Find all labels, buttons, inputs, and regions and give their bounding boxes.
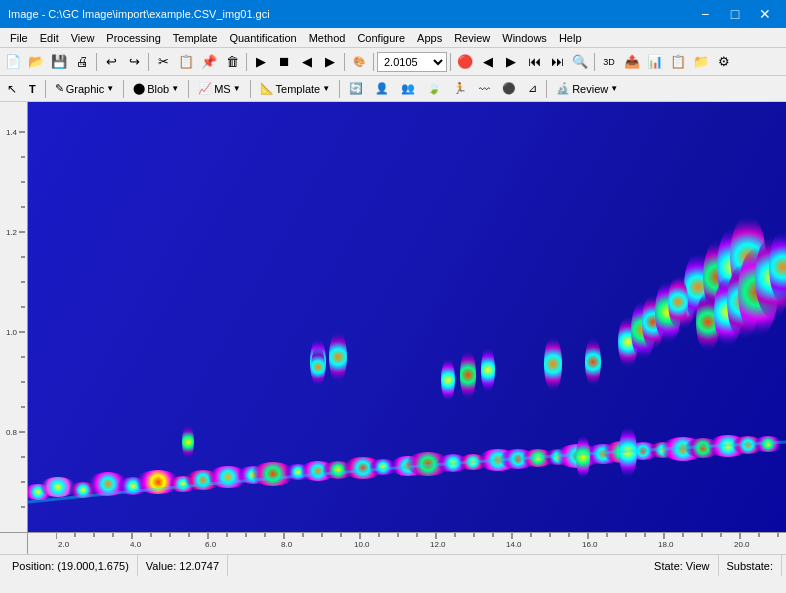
tool8[interactable]: 🍃 xyxy=(422,79,446,99)
graphic-dropdown-arrow: ▼ xyxy=(106,84,114,93)
svg-text:10.0: 10.0 xyxy=(354,540,370,549)
menu-apps[interactable]: Apps xyxy=(411,28,448,47)
separator xyxy=(123,80,124,98)
play-button[interactable]: ▶ xyxy=(250,51,272,73)
menu-configure[interactable]: Configure xyxy=(351,28,411,47)
tb-export2[interactable]: 📊 xyxy=(644,51,666,73)
separator xyxy=(45,80,46,98)
separator xyxy=(373,53,374,71)
tool5[interactable]: 🔄 xyxy=(344,79,368,99)
toolbar2: ↖ T ✎ Graphic ▼ ⬤ Blob ▼ 📈 MS ▼ 📐 Templa… xyxy=(0,76,786,102)
separator xyxy=(344,53,345,71)
titlebar: Image - C:\GC Image\import\example.CSV_i… xyxy=(0,0,786,28)
tool12[interactable]: ⊿ xyxy=(523,79,542,99)
copy-button[interactable]: 📋 xyxy=(175,51,197,73)
blob-label: Blob xyxy=(147,83,169,95)
tb-start-button[interactable]: ⏮ xyxy=(523,51,545,73)
prev-button[interactable]: ◀ xyxy=(296,51,318,73)
tb-fwd-button[interactable]: ▶ xyxy=(500,51,522,73)
menu-method[interactable]: Method xyxy=(303,28,352,47)
menu-template[interactable]: Template xyxy=(167,28,224,47)
open-button[interactable]: 📂 xyxy=(25,51,47,73)
graphic-label: Graphic xyxy=(66,83,105,95)
menu-review[interactable]: Review xyxy=(448,28,496,47)
stop-button[interactable]: ⏹ xyxy=(273,51,295,73)
tool7[interactable]: 👥 xyxy=(396,79,420,99)
next-button[interactable]: ▶ xyxy=(319,51,341,73)
image-canvas-area[interactable] xyxy=(28,102,786,532)
cursor-tool[interactable]: ↖ xyxy=(2,79,22,99)
template-dropdown-arrow: ▼ xyxy=(322,84,330,93)
colormap-button[interactable]: 🎨 xyxy=(348,51,370,73)
menubar: File Edit View Processing Template Quant… xyxy=(0,28,786,48)
redo-button[interactable]: ↪ xyxy=(123,51,145,73)
separator xyxy=(250,80,251,98)
value-segment: Value: 12.0747 xyxy=(138,555,228,576)
template-tool-button[interactable]: 📐 Template ▼ xyxy=(255,79,336,99)
tb-back-button[interactable]: ◀ xyxy=(477,51,499,73)
svg-text:20.0: 20.0 xyxy=(734,540,750,549)
tool9-icon: 🏃 xyxy=(453,82,467,95)
cut-button[interactable]: ✂ xyxy=(152,51,174,73)
menu-windows[interactable]: Windows xyxy=(496,28,553,47)
print-button[interactable]: 🖨 xyxy=(71,51,93,73)
tb-3d-button[interactable]: 3D xyxy=(598,51,620,73)
position-value: (19.000,1.675) xyxy=(57,560,129,572)
blob-tool-button[interactable]: ⬤ Blob ▼ xyxy=(128,79,184,99)
tb-icon-last[interactable]: ⚙ xyxy=(713,51,735,73)
x-ruler: 2.0 4.0 6.0 8.0 xyxy=(28,532,786,554)
tool11[interactable]: ⚫ xyxy=(497,79,521,99)
y-ruler-svg: 1.4 1.2 1.0 0.8 xyxy=(0,102,25,532)
tool10[interactable]: 〰 xyxy=(474,79,495,99)
template-icon: 📐 xyxy=(260,82,274,95)
undo-button[interactable]: ↩ xyxy=(100,51,122,73)
menu-help[interactable]: Help xyxy=(553,28,588,47)
title-text: Image - C:\GC Image\import\example.CSV_i… xyxy=(8,8,270,20)
chart-icon: 📈 xyxy=(198,82,212,95)
svg-text:1.4: 1.4 xyxy=(6,128,18,137)
maximize-button[interactable]: □ xyxy=(722,4,748,24)
tool12-icon: ⊿ xyxy=(528,82,537,95)
tb-icon1[interactable]: 🔴 xyxy=(454,51,476,73)
review-label: Review xyxy=(572,83,608,95)
review-icon: 🔬 xyxy=(556,82,570,95)
delete-button[interactable]: 🗑 xyxy=(221,51,243,73)
review-tool-button[interactable]: 🔬 Review ▼ xyxy=(551,79,623,99)
ms-tool-button[interactable]: 📈 MS ▼ xyxy=(193,79,245,99)
tb-export4[interactable]: 📁 xyxy=(690,51,712,73)
new-button[interactable]: 📄 xyxy=(2,51,24,73)
tb-zoom-fit[interactable]: 🔍 xyxy=(569,51,591,73)
blob-dropdown-arrow: ▼ xyxy=(171,84,179,93)
x-ruler-svg: 2.0 4.0 6.0 8.0 xyxy=(56,533,786,554)
separator xyxy=(148,53,149,71)
tb-export3[interactable]: 📋 xyxy=(667,51,689,73)
svg-text:0.8: 0.8 xyxy=(6,428,18,437)
minimize-button[interactable]: − xyxy=(692,4,718,24)
menu-edit[interactable]: Edit xyxy=(34,28,65,47)
tool11-icon: ⚫ xyxy=(502,82,516,95)
window-controls: − □ ✕ xyxy=(692,4,778,24)
graphic-icon: ✎ xyxy=(55,82,64,95)
zoom-select[interactable]: 2.0105 1.0 0.5 2.0 4.0 xyxy=(377,52,447,72)
menu-processing[interactable]: Processing xyxy=(100,28,166,47)
close-button[interactable]: ✕ xyxy=(752,4,778,24)
tool6[interactable]: 👤 xyxy=(370,79,394,99)
svg-text:4.0: 4.0 xyxy=(130,540,142,549)
chromatogram-canvas[interactable] xyxy=(28,102,786,532)
svg-text:2.0: 2.0 xyxy=(58,540,70,549)
separator xyxy=(96,53,97,71)
y-ruler: 1.4 1.2 1.0 0.8 xyxy=(0,102,28,532)
tool10-icon: 〰 xyxy=(479,83,490,95)
ms-label: MS xyxy=(214,83,231,95)
tb-export1[interactable]: 📤 xyxy=(621,51,643,73)
menu-file[interactable]: File xyxy=(4,28,34,47)
graphic-tool-button[interactable]: ✎ Graphic ▼ xyxy=(50,79,119,99)
paste-button[interactable]: 📌 xyxy=(198,51,220,73)
save-button[interactable]: 💾 xyxy=(48,51,70,73)
tb-end-button[interactable]: ⏭ xyxy=(546,51,568,73)
menu-view[interactable]: View xyxy=(65,28,101,47)
text-tool[interactable]: T xyxy=(24,79,41,99)
menu-quantification[interactable]: Quantification xyxy=(223,28,302,47)
svg-text:14.0: 14.0 xyxy=(506,540,522,549)
tool9[interactable]: 🏃 xyxy=(448,79,472,99)
